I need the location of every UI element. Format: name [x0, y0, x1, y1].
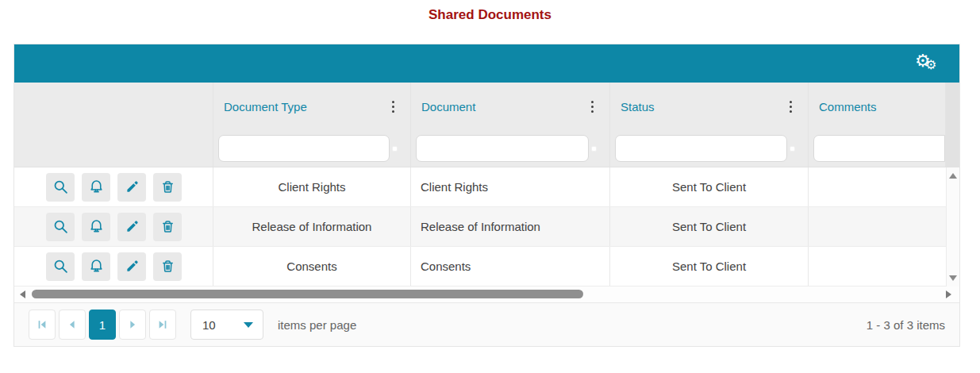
cell-document: Consents	[411, 247, 610, 286]
filter-cell-actions	[14, 130, 213, 167]
shared-documents-grid: ⚙ ⚙ Document Type Document Status Commen…	[13, 44, 960, 347]
page-size-value: 10	[202, 318, 216, 332]
column-label: Comments	[819, 100, 877, 113]
first-page-icon	[37, 319, 48, 330]
column-label: Status	[621, 100, 655, 113]
scroll-right-icon[interactable]	[946, 290, 951, 298]
page-title: Shared Documents	[0, 7, 980, 23]
cell-document: Client Rights	[411, 167, 610, 206]
data-area: Client Rights Client Rights Sent To Clie…	[14, 167, 959, 286]
pager: 1 10 items per page 1 - 3 of 3 items	[14, 302, 959, 346]
filter-menu-button[interactable]	[591, 146, 597, 152]
column-header-actions	[14, 83, 213, 130]
cell-document-type: Consents	[213, 247, 411, 286]
table-row: Consents Consents Sent To Client	[14, 247, 946, 286]
trash-icon	[159, 258, 176, 275]
horizontal-scrollbar[interactable]	[14, 286, 959, 302]
range-label: 1 - 3 of 3 items	[867, 318, 945, 332]
pencil-icon	[124, 179, 140, 195]
cell-status: Sent To Client	[610, 207, 809, 246]
prev-page-icon	[67, 319, 78, 330]
header-row: Document Type Document Status Comments	[14, 83, 959, 130]
header-scrollbar-spacer	[946, 83, 959, 130]
items-per-page-label: items per page	[278, 318, 356, 332]
scroll-down-icon[interactable]	[949, 275, 957, 281]
settings-gears-icon[interactable]: ⚙ ⚙	[915, 52, 942, 75]
chevron-down-icon	[244, 322, 253, 328]
filter-scrollbar-spacer	[946, 130, 959, 167]
actions-cell	[14, 167, 213, 206]
cell-document-type: Release of Information	[213, 207, 411, 246]
page-1-button[interactable]: 1	[89, 310, 116, 340]
filter-row	[14, 130, 959, 167]
filter-cell-comments	[809, 130, 946, 167]
bell-icon	[88, 218, 105, 235]
filter-cell-status	[610, 130, 809, 167]
delete-button[interactable]	[153, 213, 182, 241]
pencil-icon	[124, 258, 140, 275]
next-page-button[interactable]	[119, 310, 146, 340]
column-label: Document Type	[224, 100, 307, 113]
column-header-comments[interactable]: Comments	[809, 83, 946, 130]
notify-button[interactable]	[82, 252, 110, 281]
first-page-button[interactable]	[29, 310, 56, 340]
cell-comments	[809, 167, 946, 206]
scroll-up-icon[interactable]	[949, 173, 957, 179]
filter-input-document[interactable]	[416, 135, 589, 162]
cell-document-type: Client Rights	[213, 167, 411, 206]
table-row: Client Rights Client Rights Sent To Clie…	[14, 167, 946, 207]
vertical-scrollbar[interactable]	[946, 167, 959, 286]
filter-input-status[interactable]	[615, 135, 787, 162]
trash-icon	[159, 179, 176, 195]
filter-cell-document-type	[213, 130, 411, 167]
search-icon	[52, 179, 69, 195]
column-menu-icon[interactable]	[389, 98, 398, 116]
cell-status: Sent To Client	[610, 247, 809, 286]
rows-container: Client Rights Client Rights Sent To Clie…	[14, 167, 946, 286]
grid-toolbar: ⚙ ⚙	[14, 44, 959, 83]
table-row: Release of Information Release of Inform…	[14, 207, 946, 247]
edit-button[interactable]	[117, 173, 146, 202]
column-header-status[interactable]: Status	[610, 83, 809, 130]
scroll-left-icon[interactable]	[20, 290, 25, 298]
view-button[interactable]	[46, 252, 75, 281]
column-menu-icon[interactable]	[786, 98, 795, 116]
pencil-icon	[124, 218, 140, 235]
filter-menu-button[interactable]	[392, 146, 398, 152]
bell-icon	[88, 258, 105, 275]
notify-button[interactable]	[82, 173, 110, 202]
filter-cell-document	[411, 130, 610, 167]
page-size-select[interactable]: 10	[190, 310, 263, 340]
delete-button[interactable]	[153, 252, 182, 281]
cell-comments	[809, 207, 946, 246]
prev-page-button[interactable]	[59, 310, 86, 340]
filter-input-comments[interactable]	[813, 135, 945, 162]
actions-cell	[14, 207, 213, 246]
column-label: Document	[421, 100, 475, 113]
notify-button[interactable]	[82, 213, 110, 241]
cell-status: Sent To Client	[610, 167, 809, 206]
filter-menu-button[interactable]	[790, 146, 795, 152]
edit-button[interactable]	[117, 252, 146, 281]
next-page-icon	[127, 319, 138, 330]
last-page-icon	[157, 319, 168, 330]
actions-cell	[14, 247, 213, 286]
view-button[interactable]	[46, 213, 75, 241]
cell-document: Release of Information	[411, 207, 610, 246]
column-header-document[interactable]: Document	[411, 83, 610, 130]
column-header-document-type[interactable]: Document Type	[213, 83, 411, 130]
view-button[interactable]	[46, 173, 75, 202]
scrollbar-thumb[interactable]	[32, 290, 583, 298]
gear-small-icon: ⚙	[925, 56, 936, 74]
last-page-button[interactable]	[149, 310, 176, 340]
bell-icon	[88, 179, 105, 195]
delete-button[interactable]	[153, 173, 182, 202]
filter-input-document-type[interactable]	[218, 135, 390, 162]
search-icon	[52, 218, 69, 235]
trash-icon	[159, 218, 176, 235]
cell-comments	[809, 247, 946, 286]
search-icon	[52, 258, 69, 275]
column-menu-icon[interactable]	[588, 98, 597, 116]
edit-button[interactable]	[117, 213, 146, 241]
